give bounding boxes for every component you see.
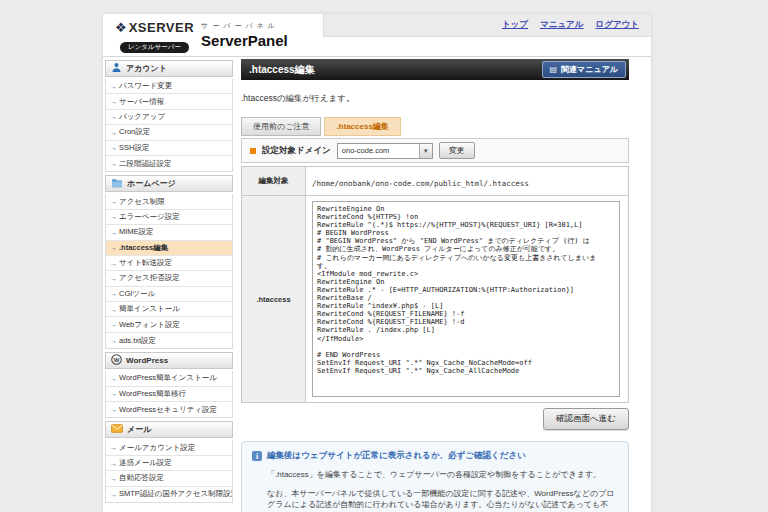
sidebar-item-server-info[interactable]: →サーバー情報	[106, 94, 232, 109]
info-title: 編集後はウェブサイトが正常に表示されるか、必ずご確認ください	[267, 450, 526, 462]
header: トップ マニュアル ログアウト ❖ XSERVER レンタルサーバー サーバーパ…	[103, 14, 651, 57]
tab-bar: 使用前のご注意 .htaccess編集	[241, 117, 629, 136]
sidebar-item-wp-security[interactable]: →WordPressセキュリティ設定	[106, 402, 232, 417]
htaccess-label: .htaccess	[242, 196, 306, 403]
wordpress-icon: W	[111, 354, 122, 367]
nav-arrow-icon: →	[110, 229, 117, 236]
section-title: アカウント	[126, 63, 167, 74]
chevron-down-icon: ▼	[419, 144, 432, 158]
nav-arrow-icon: →	[110, 306, 117, 313]
sidebar-item-autoreply[interactable]: →自動応答設定	[106, 471, 232, 486]
nav-arrow-icon: →	[110, 390, 117, 397]
nav-arrow-icon: →	[110, 260, 117, 267]
nav-arrow-icon: →	[110, 460, 117, 467]
confirm-button[interactable]: 確認画面へ進む	[543, 408, 629, 430]
nav-arrow-icon: →	[110, 321, 117, 328]
tab-htaccess-edit[interactable]: .htaccess編集	[324, 117, 400, 136]
section-title: メール	[127, 424, 151, 435]
brand-subtitle: サーバーパネル	[201, 21, 288, 31]
nav-arrow-icon: →	[110, 98, 117, 105]
table-row: 編集対象 /home/onobank/ono-code.com/public_h…	[242, 167, 629, 196]
sidebar-item-backup[interactable]: →バックアップ	[106, 110, 232, 125]
info-paragraph: 「.htaccess」を編集することで、ウェブサーバーの各種設定や制御をすること…	[267, 469, 616, 481]
sidebar-item-site-redirect[interactable]: →サイト転送設定	[106, 256, 232, 271]
book-icon: ▤	[550, 65, 558, 74]
table-row: .htaccess RewriteEngine On RewriteCond %…	[242, 196, 629, 403]
sidebar-item-error-page[interactable]: →エラーページ設定	[106, 210, 232, 225]
svg-text:W: W	[114, 357, 120, 363]
info-box: i 編集後はウェブサイトが正常に表示されるか、必ずご確認ください 「.htacc…	[241, 441, 629, 512]
sidebar-item-password[interactable]: →パスワード変更	[106, 79, 232, 94]
domain-label: 設定対象ドメイン	[262, 145, 331, 157]
sidebar-item-htaccess-edit[interactable]: →.htaccess編集	[106, 241, 232, 256]
info-icon: i	[252, 451, 262, 461]
xserver-diamond-icon: ❖	[115, 21, 127, 34]
domain-selector-bar: 設定対象ドメイン ono-code.com ▼ 変更	[241, 138, 629, 163]
nav-link-top[interactable]: トップ	[502, 19, 528, 31]
nav-arrow-icon: →	[110, 491, 117, 498]
related-manual-button[interactable]: ▤ 関連マニュアル	[542, 61, 627, 78]
nav-link-manual[interactable]: マニュアル	[540, 19, 584, 31]
nav-arrow-icon: →	[110, 406, 117, 413]
main-content: .htaccess編集 ▤ 関連マニュアル .htaccessの編集が行えます。…	[241, 57, 629, 512]
top-nav: トップ マニュアル ログアウト	[323, 14, 651, 37]
nav-arrow-icon: →	[110, 375, 117, 382]
page-title: .htaccess編集	[249, 63, 315, 77]
sidebar-item-ads-txt[interactable]: →ads.txt設定	[106, 333, 232, 348]
sidebar-item-smtp-limit[interactable]: →SMTP認証の国外アクセス制限設定	[106, 487, 232, 502]
sidebar-section-wordpress: W WordPress	[105, 352, 233, 369]
nav-arrow-icon: →	[110, 160, 117, 167]
htaccess-form: 編集対象 /home/onobank/ono-code.com/public_h…	[241, 166, 629, 403]
domain-select[interactable]: ono-code.com ▼	[337, 143, 433, 159]
nav-arrow-icon: →	[110, 83, 117, 90]
nav-arrow-icon: →	[110, 337, 117, 344]
target-path: /home/onobank/ono-code.com/public_html/.…	[312, 179, 529, 188]
sidebar-item-easy-install[interactable]: →簡単インストール	[106, 302, 232, 317]
user-icon	[111, 62, 122, 75]
brand-name: XSERVER	[129, 20, 194, 35]
sidebar-item-web-font[interactable]: →Webフォント設定	[106, 317, 232, 332]
sidebar-item-spam[interactable]: →迷惑メール設定	[106, 456, 232, 471]
info-paragraph: なお、本サーバーパネルで提供している一部機能の設定に関する記述や、WordPre…	[267, 488, 616, 512]
sidebar-item-ssh[interactable]: →SSH設定	[106, 141, 232, 156]
sidebar-item-mail-account[interactable]: →メールアカウント設定	[106, 440, 232, 455]
sidebar-item-cgi-tools[interactable]: →CGIツール	[106, 287, 232, 302]
sidebar-item-2fa[interactable]: →二段階認証設定	[106, 156, 232, 171]
htaccess-textarea[interactable]: RewriteEngine On RewriteCond %{HTTPS} !o…	[312, 201, 620, 397]
sidebar: アカウント →パスワード変更 →サーバー情報 →バックアップ →Cron設定 →…	[105, 57, 233, 503]
tab-precautions[interactable]: 使用前のご注意	[241, 117, 321, 136]
sidebar-section-account: アカウント	[105, 60, 233, 77]
server-panel-window: トップ マニュアル ログアウト ❖ XSERVER レンタルサーバー サーバーパ…	[103, 14, 651, 512]
sidebar-section-homepage: ホームページ	[105, 175, 233, 192]
nav-arrow-icon: →	[110, 290, 117, 297]
nav-arrow-icon: →	[110, 444, 117, 451]
section-title: WordPress	[126, 356, 168, 365]
nav-arrow-icon: →	[110, 144, 117, 151]
sidebar-section-mail: メール	[105, 421, 233, 438]
sidebar-item-cron[interactable]: →Cron設定	[106, 125, 232, 140]
bullet-square-icon	[250, 148, 256, 154]
brand-logo: ❖ XSERVER レンタルサーバー サーバーパネル ServerPanel	[115, 20, 288, 53]
sidebar-item-access-deny[interactable]: →アクセス拒否設定	[106, 271, 232, 286]
mail-icon	[111, 424, 123, 435]
app-title: ServerPanel	[201, 32, 288, 49]
nav-arrow-icon: →	[110, 213, 117, 220]
brand-badge: レンタルサーバー	[120, 42, 189, 53]
page-description: .htaccessの編集が行えます。	[241, 93, 629, 105]
nav-arrow-icon: →	[110, 244, 117, 251]
nav-link-logout[interactable]: ログアウト	[596, 19, 640, 31]
target-label: 編集対象	[242, 167, 306, 196]
folder-icon	[111, 178, 123, 190]
sidebar-item-mime[interactable]: →MIME設定	[106, 225, 232, 240]
change-domain-button[interactable]: 変更	[439, 142, 475, 159]
section-title: ホームページ	[127, 178, 176, 189]
nav-arrow-icon: →	[110, 475, 117, 482]
nav-arrow-icon: →	[110, 129, 117, 136]
sidebar-item-wp-migrate[interactable]: →WordPress簡単移行	[106, 387, 232, 402]
nav-arrow-icon: →	[110, 113, 117, 120]
sidebar-item-access-limit[interactable]: →アクセス制限	[106, 194, 232, 209]
page-title-bar: .htaccess編集 ▤ 関連マニュアル	[241, 59, 629, 80]
nav-arrow-icon: →	[110, 275, 117, 282]
nav-arrow-icon: →	[110, 198, 117, 205]
sidebar-item-wp-install[interactable]: →WordPress簡単インストール	[106, 371, 232, 386]
